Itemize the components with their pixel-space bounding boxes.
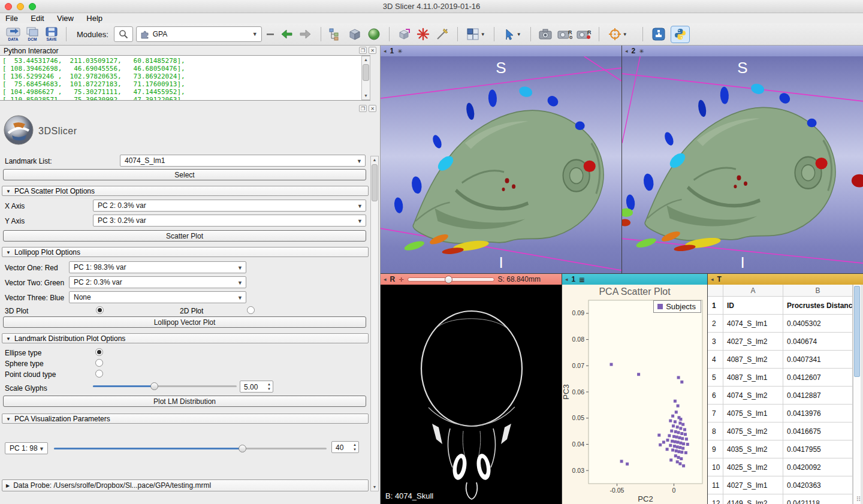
section-lollipop-options[interactable]: ▼Lollipop Plot Options: [2, 247, 369, 257]
scale-glyphs-slider[interactable]: [93, 382, 237, 390]
panel-scrollbar[interactable]: ▲ ▼: [370, 156, 379, 491]
save-scene-button[interactable]: SAVE: [43, 26, 59, 43]
results-table[interactable]: A B 1 ID Procrustes Distance 24074_S_lm1…: [708, 285, 853, 504]
menu-file[interactable]: File: [0, 13, 23, 23]
table-row[interactable]: 74075_S_lm10.0413976: [708, 405, 853, 422]
spinbox-arrows-icon[interactable]: ▲▼: [267, 382, 271, 391]
annotations-button[interactable]: [434, 26, 451, 43]
scatter-plot-button[interactable]: Scatter Plot: [3, 230, 366, 242]
slider-handle[interactable]: [239, 445, 246, 452]
pin-icon[interactable]: ◂: [565, 276, 568, 282]
scrollbar-thumb[interactable]: [854, 286, 860, 377]
undock-panel-icon[interactable]: ❐: [359, 47, 367, 54]
data-probe-section[interactable]: ▶Data Probe: /Users/srolfe/Dropbox/Sl...…: [2, 479, 369, 491]
ellipse-type-radio[interactable]: [95, 348, 103, 356]
slider-handle[interactable]: [150, 382, 158, 390]
landmark-list-combo[interactable]: 4074_S_lm1 ▼: [120, 155, 366, 167]
red-slice-view[interactable]: ◂ R ✛ S: 68.840mm: [381, 274, 562, 504]
vector-one-combo[interactable]: PC 1: 98.3% var ▼: [69, 261, 246, 273]
point-cloud-type-radio[interactable]: [95, 370, 103, 378]
slice-links-icon[interactable]: ✛: [399, 276, 403, 283]
menu-view[interactable]: View: [52, 13, 79, 23]
scroll-down-icon[interactable]: ▼: [362, 92, 370, 99]
load-data-button[interactable]: DATA: [5, 26, 21, 43]
view1-body[interactable]: S I: [381, 56, 621, 273]
section-pca-scatter-options[interactable]: ▼PCA Scatter Plot Options: [2, 186, 369, 196]
module-selector-combo[interactable]: GPA ▼: [136, 26, 262, 42]
pca-slider[interactable]: [54, 445, 327, 452]
layout-selector-button[interactable]: ▼: [464, 26, 487, 43]
close-panel-icon[interactable]: ✕: [369, 105, 376, 112]
plot-view[interactable]: ◂ 1 ▦ PCA Scatter Plot Subjects 0.030.04…: [562, 274, 707, 504]
module-history-button[interactable]: [265, 26, 276, 43]
plot-3d-radio[interactable]: [96, 306, 104, 314]
python-console-button[interactable]: [671, 26, 690, 43]
models-button[interactable]: [366, 26, 382, 43]
table-row[interactable]: 44087_S_lm20.0407341: [708, 351, 853, 369]
screenshot-button[interactable]: [538, 26, 554, 43]
pca-spinbox[interactable]: 40 ▲▼: [331, 441, 359, 453]
table-row[interactable]: 64074_S_lm20.0412887: [708, 387, 853, 405]
menu-edit[interactable]: Edit: [25, 13, 49, 23]
plot-lm-distribution-button[interactable]: Plot LM Distribution: [3, 396, 366, 407]
column-letter[interactable]: B: [783, 285, 853, 296]
table-row[interactable]: 34027_S_lm20.040674: [708, 333, 853, 351]
module-back-button[interactable]: [279, 26, 295, 43]
scroll-down-icon[interactable]: ▼: [371, 484, 378, 491]
pin-icon[interactable]: ◂: [384, 48, 387, 54]
module-forward-button[interactable]: [298, 26, 314, 43]
select-button[interactable]: Select: [3, 169, 366, 180]
menu-help[interactable]: Help: [81, 13, 108, 23]
lollipop-vector-plot-button[interactable]: Lollipop Vector Plot: [3, 316, 366, 328]
extensions-manager-button[interactable]: [650, 26, 668, 43]
volume-rendering-button[interactable]: [396, 26, 412, 43]
view-controls-icon[interactable]: ✳: [639, 48, 644, 55]
volumes-button[interactable]: [347, 26, 363, 43]
window-resize-grip[interactable]: ⠿: [855, 496, 862, 503]
subject-hierarchy-button[interactable]: [328, 26, 344, 43]
vector-three-combo[interactable]: None ▼: [69, 291, 246, 303]
load-dicom-button[interactable]: DCM: [24, 26, 40, 43]
vector-two-combo[interactable]: PC 2: 0.3% var ▼: [69, 276, 246, 288]
scale-glyphs-spinbox[interactable]: 5.00 ▲▼: [240, 381, 273, 393]
table-view[interactable]: ◂ T A B 1 ID Procrustes Distance 24074_S…: [708, 274, 863, 504]
scrollbar-thumb[interactable]: [372, 164, 378, 201]
table-row[interactable]: 114027_S_lm10.0420363: [708, 476, 853, 494]
crosshair-button[interactable]: ▼: [606, 26, 630, 43]
module-search-button[interactable]: [114, 26, 133, 42]
slice-offset-slider[interactable]: [408, 276, 494, 283]
table-row[interactable]: 24074_S_lm10.0405302: [708, 315, 853, 333]
scene-view-button[interactable]: o R: [557, 26, 573, 43]
scroll-up-icon[interactable]: ▲: [371, 156, 378, 164]
mouse-interaction-button[interactable]: ▼: [501, 26, 524, 43]
table-row[interactable]: 94035_S_lm20.0417955: [708, 440, 853, 458]
slider-handle[interactable]: [445, 276, 452, 283]
threed-view-2[interactable]: ◂ 2 ✳ S I: [622, 46, 863, 273]
plot-options-icon[interactable]: ▦: [579, 276, 584, 283]
console-scrollbar[interactable]: ▲ ▼: [361, 56, 370, 100]
scroll-up-icon[interactable]: ▲: [362, 56, 370, 64]
pin-icon[interactable]: ◂: [384, 276, 387, 282]
table-header-row[interactable]: 1 ID Procrustes Distance: [708, 297, 853, 315]
table-row[interactable]: 104025_S_lm20.0420092: [708, 458, 853, 476]
table-scrollbar[interactable]: [853, 285, 861, 504]
python-console[interactable]: [ 53.44531746, 211.03509127, 60.81485278…: [0, 55, 370, 101]
table-row[interactable]: 54087_S_lm10.0412607: [708, 369, 853, 387]
markups-button[interactable]: [415, 26, 432, 43]
sphere-type-radio[interactable]: [95, 359, 103, 367]
view-controls-icon[interactable]: ✳: [397, 48, 402, 55]
y-axis-combo[interactable]: PC 3: 0.2% var ▼: [93, 215, 366, 227]
table-row[interactable]: 124149_S_lm20.0421118: [708, 494, 853, 504]
close-panel-icon[interactable]: ✕: [369, 47, 376, 54]
red-view-body[interactable]: B: 4074_Skull: [381, 285, 562, 504]
pin-icon[interactable]: ◂: [625, 48, 628, 54]
scatter-plot-canvas[interactable]: 0.030.040.050.060.070.080.09-0.050PC2PC3: [562, 285, 707, 504]
plot-2d-radio[interactable]: [247, 306, 255, 314]
undock-panel-icon[interactable]: ❐: [359, 105, 367, 112]
plot-view-body[interactable]: PCA Scatter Plot Subjects 0.030.040.050.…: [562, 285, 707, 504]
spinbox-arrows-icon[interactable]: ▲▼: [353, 442, 357, 452]
section-landmark-distribution-options[interactable]: ▼Landmark Distribution Plot Options: [2, 333, 369, 343]
pc-select-combo[interactable]: PC 1: 98 ▼: [5, 442, 48, 454]
section-pca-visualization-parameters[interactable]: ▼PCA Visualization Parameters: [2, 414, 369, 424]
table-row[interactable]: 84075_S_lm20.0416675: [708, 422, 853, 440]
